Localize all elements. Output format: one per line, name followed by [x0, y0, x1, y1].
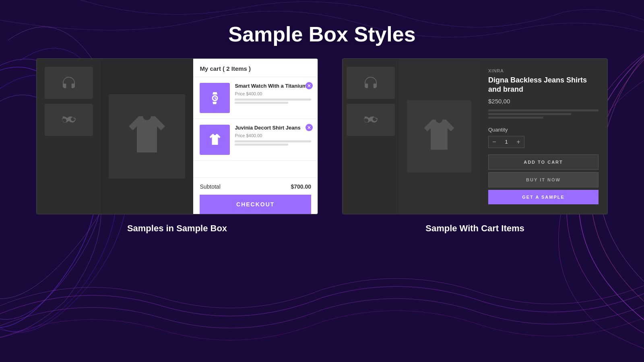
cart-item-2-info: Juvinia Decort Shirt Jeans Price $400.00	[235, 125, 311, 147]
quantity-increase-button[interactable]: +	[513, 136, 524, 148]
right-sidebar-headphones-icon-box	[347, 67, 395, 99]
cart-item-2-price-label: Price $400.00	[235, 133, 311, 138]
buy-now-button[interactable]: BUY IT NOW	[488, 172, 599, 187]
page-title: Sample Box Styles	[0, 0, 644, 58]
tshirt-icon-large	[123, 112, 171, 160]
main-product-image	[109, 94, 185, 179]
checkout-button[interactable]: CHECKOUT	[200, 195, 311, 214]
quantity-label: Quantity	[488, 127, 599, 133]
cart-footer: Subtotal $700.00 CHECKOUT	[193, 177, 318, 214]
product-name: Digna Backless Jeans Shirts and brand	[488, 76, 599, 95]
cart-item-2-remove-button[interactable]	[305, 124, 313, 131]
get-sample-button[interactable]: GET A SAMPLE	[488, 190, 599, 204]
subtotal-amount: $700.00	[291, 183, 311, 190]
right-glasses-icon	[363, 112, 379, 128]
product-brand: XINRA	[488, 68, 599, 73]
right-bottom-label: Sample With Cart Items	[342, 223, 608, 234]
right-headphones-icon	[363, 75, 379, 91]
cart-item-1-remove-button[interactable]	[305, 82, 313, 89]
right-main-product-image	[407, 100, 471, 173]
subtotal-row: Subtotal $700.00	[200, 183, 311, 190]
boxes-container: My cart ( 2 Items ) Smart Watch With a T…	[0, 58, 644, 214]
right-main-product-area	[399, 59, 479, 214]
quantity-value: 1	[500, 139, 513, 145]
right-sidebar-glasses-icon-box	[347, 104, 395, 136]
right-sidebar	[343, 59, 399, 214]
watch-icon	[208, 91, 222, 105]
left-sidebar	[37, 59, 101, 214]
product-description-placeholder	[488, 109, 599, 120]
sidebar-headphones-icon-box	[45, 67, 93, 99]
glasses-icon	[61, 112, 77, 128]
cart-item-1-price-label: Price $400.00	[235, 91, 311, 96]
cart-panel: My cart ( 2 Items ) Smart Watch With a T…	[193, 59, 318, 214]
left-main-product-area	[101, 59, 193, 214]
cart-item-1-lines	[235, 99, 311, 104]
bottom-labels: Samples in Sample Box Sample With Cart I…	[0, 214, 644, 234]
close-icon	[307, 84, 311, 88]
cart-title: My cart ( 2 Items )	[193, 59, 318, 77]
cart-item: Smart Watch With a Titanium Price $400.0…	[193, 77, 318, 119]
cart-item-2-name: Juvinia Decort Shirt Jeans	[235, 125, 311, 132]
add-to-cart-button[interactable]: ADD TO CART	[488, 154, 599, 170]
cart-item-1-info: Smart Watch With a Titanium Price $400.0…	[235, 83, 311, 105]
right-box-product: XINRA Digna Backless Jeans Shirts and br…	[342, 58, 608, 214]
product-price: $250,00	[488, 98, 599, 105]
close-icon	[307, 125, 311, 130]
cart-item-2-lines	[235, 140, 311, 146]
cart-item: Juvinia Decort Shirt Jeans Price $400.00	[193, 119, 318, 161]
headphones-icon	[61, 75, 77, 91]
quantity-decrease-button[interactable]: −	[489, 136, 500, 148]
left-bottom-label: Samples in Sample Box	[36, 223, 318, 234]
cart-item-1-thumbnail	[200, 83, 230, 113]
product-detail-panel: XINRA Digna Backless Jeans Shirts and br…	[479, 59, 607, 214]
cart-item-2-thumbnail	[200, 125, 230, 155]
quantity-control: − 1 +	[488, 136, 524, 148]
subtotal-label: Subtotal	[200, 183, 220, 190]
cart-item-1-name: Smart Watch With a Titanium	[235, 83, 311, 90]
cart-items-list: Smart Watch With a Titanium Price $400.0…	[193, 77, 318, 177]
left-box-cart: My cart ( 2 Items ) Smart Watch With a T…	[36, 58, 318, 214]
shirt-icon	[208, 133, 222, 147]
right-tshirt-icon	[419, 116, 459, 156]
sidebar-glasses-icon-box	[45, 104, 93, 136]
